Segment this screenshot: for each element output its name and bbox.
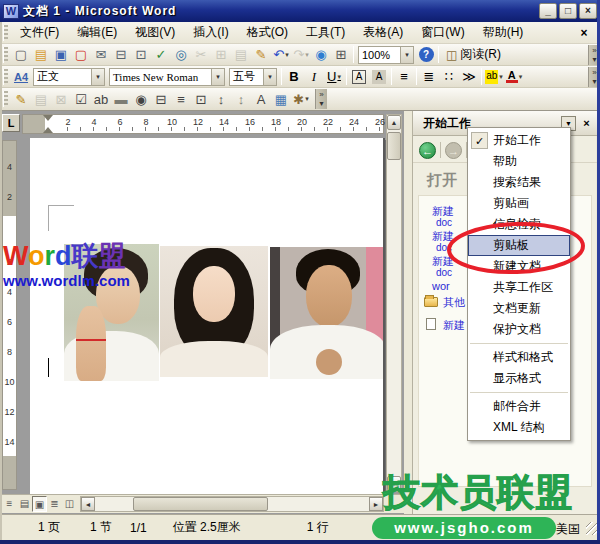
more-documents-link[interactable]: 其他 [443,295,465,310]
pane-menu-item[interactable]: 文档更新 [468,298,570,319]
title-bar[interactable]: W 文档 1 - Microsoft Word _ □ × [0,0,600,22]
pane-menu-item[interactable]: 样式和格式 [468,347,570,368]
control-button-icon[interactable]: ☑ [71,90,91,109]
close-button[interactable]: × [579,3,597,19]
view-button-icon[interactable]: ≡ [2,496,17,512]
toolbar-drag-handle[interactable] [3,69,8,85]
font-size-select[interactable]: 五号 ▾ [229,68,277,86]
view-button-icon[interactable]: ≣ [47,496,62,512]
control-button-icon[interactable]: ✎ [11,90,31,109]
center-align-icon[interactable]: ≡ [394,67,414,86]
control-button-icon[interactable]: ⊟ [151,90,171,109]
bullet-list-icon[interactable]: ∷ [439,67,459,86]
toolbar-drag-handle[interactable] [3,91,8,107]
pane-menu-item[interactable]: 搜索结果 [468,172,570,193]
task-pane-close-icon[interactable]: × [579,116,594,131]
menu-item[interactable]: 窗口(W) [412,22,473,43]
scroll-up-icon[interactable]: ▲ [387,115,401,130]
toolbar-button-icon[interactable]: ▣ [51,45,71,64]
control-button-icon[interactable]: ↕ [211,90,231,109]
toolbar-button-icon[interactable]: ✎ [251,45,271,64]
toolbar-drag-handle[interactable] [3,47,8,63]
chevron-down-icon[interactable]: ▾ [400,47,413,63]
toolbar-button-icon[interactable]: ⊞ [331,45,351,64]
close-document-icon[interactable]: × [576,26,592,40]
numbered-list-icon[interactable]: ≣ [419,67,439,86]
create-document-link[interactable]: 新建 [443,318,465,333]
control-button-icon[interactable]: ▬ [111,90,131,109]
toolbar-button-icon[interactable]: ✓ [151,45,171,64]
toolbar-button-icon[interactable]: ▤ [231,45,251,64]
scroll-right-icon[interactable]: ► [369,497,383,511]
toolbar-button-icon[interactable]: ✉ [91,45,111,64]
underline-icon[interactable]: U [324,67,344,86]
toolbar-button-icon[interactable]: ◉ [311,45,331,64]
character-border-icon[interactable]: A [352,70,366,84]
control-button-icon[interactable]: ▤ [31,90,51,109]
styles-and-formatting-icon[interactable]: A4 [14,71,28,83]
recent-document-link[interactable]: wor [432,280,450,292]
help-icon[interactable]: ? [419,47,434,62]
font-color-icon[interactable]: A [506,70,518,83]
style-select[interactable]: 正文 ▾ [33,68,105,86]
document-page[interactable] [30,138,385,494]
maximize-button[interactable]: □ [559,3,577,19]
pane-menu-item[interactable]: 帮助 [468,151,570,172]
toolbar-button-icon[interactable]: ↷ [291,45,311,64]
control-button-icon[interactable]: A [251,90,271,109]
toolbar-button-icon[interactable]: ▢ [11,45,31,64]
menu-item[interactable]: 插入(I) [184,22,237,43]
control-button-icon[interactable]: ≡ [171,90,191,109]
toolbar-button-icon[interactable]: ⊟ [111,45,131,64]
minimize-button[interactable]: _ [539,3,557,19]
toolbar-button-icon[interactable]: ✂ [191,45,211,64]
control-button-icon[interactable]: ◉ [131,90,151,109]
view-button-icon[interactable]: ◫ [62,496,77,512]
hanging-indent-marker[interactable] [43,127,53,133]
italic-icon[interactable]: I [304,67,324,86]
toolbar-button-icon[interactable]: ◎ [171,45,191,64]
menu-item[interactable]: 视图(V) [126,22,184,43]
chevron-down-icon[interactable]: ▾ [263,69,276,85]
toolbar-drag-handle[interactable] [3,25,8,41]
scroll-left-icon[interactable]: ◄ [81,497,95,511]
menu-item[interactable]: 文件(F) [11,22,68,43]
toolbar-button-icon[interactable]: ▤ [31,45,51,64]
portrait-photo-3[interactable] [270,247,385,379]
menu-item[interactable]: 工具(T) [297,22,354,43]
control-button-icon[interactable]: ↕ [231,90,251,109]
first-line-indent-marker[interactable] [43,115,53,121]
toolbar-button-icon[interactable]: ⊞ [211,45,231,64]
chevron-down-icon[interactable]: ▾ [91,69,104,85]
indent-icon[interactable]: ≫ [459,67,479,86]
horizontal-ruler[interactable]: 2468101214161820222426 [22,114,384,134]
vertical-scrollbar[interactable]: ▲ ▼ [386,114,402,492]
back-icon[interactable]: ← [419,142,436,159]
control-button-icon[interactable]: ✱ [291,90,311,109]
pane-menu-item[interactable]: 共享工作区 [468,277,570,298]
highlight-icon[interactable]: ab [485,70,498,84]
tab-selector-button[interactable]: L [2,114,20,132]
forward-icon[interactable]: → [445,142,462,159]
view-button-icon[interactable]: ▤ [17,496,32,512]
toolbar-button-icon[interactable]: ↶ [271,45,291,64]
control-button-icon[interactable]: ▦ [271,90,291,109]
pane-menu-item[interactable]: XML 结构 [468,417,570,438]
horizontal-scroll-thumb[interactable] [133,497,268,511]
pane-menu-item[interactable]: 显示格式 [468,368,570,389]
control-button-icon[interactable]: ⊡ [191,90,211,109]
menu-item[interactable]: 格式(O) [238,22,297,43]
portrait-photo-2[interactable] [160,246,268,377]
bold-icon[interactable]: B [284,67,304,86]
toolbar-options-icon[interactable]: »▾ [315,89,327,109]
zoom-select[interactable]: 100% ▾ [358,46,414,64]
horizontal-scrollbar[interactable]: ◄ ► [80,496,384,512]
pane-menu-item[interactable]: 剪贴画 [468,193,570,214]
control-button-icon[interactable]: ⊠ [51,90,71,109]
pane-menu-item[interactable]: 保护文档 [468,319,570,340]
menu-item[interactable]: 编辑(E) [68,22,126,43]
character-shading-icon[interactable]: A [372,70,386,84]
pane-menu-item[interactable]: 开始工作 [468,130,570,151]
toolbar-button-icon[interactable]: ⊡ [131,45,151,64]
vertical-scroll-thumb[interactable] [387,132,401,160]
